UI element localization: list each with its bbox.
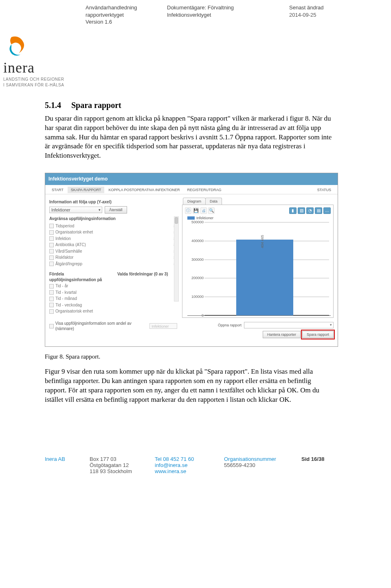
split-tid-veckodag: Tid - veckodag	[55, 302, 82, 308]
nav-koppla[interactable]: KOPPLA POSTOPERATIVA INFEKTIONER	[105, 187, 183, 193]
figure-caption: Figur 8. Spara rapport.	[45, 352, 334, 361]
page-header: Användarhandledning rapportverktyget Ver…	[0, 0, 391, 88]
doc-version: Version 1.6	[86, 18, 167, 26]
footer-street: Östgötagatan 12	[90, 462, 143, 468]
doc-owner-label: Dokumentägare: Förvaltning	[167, 4, 289, 11]
tab-diagram[interactable]: Diagram	[183, 198, 206, 205]
logo-tagline-1: LANDSTING OCH REGIONER	[3, 77, 391, 82]
ytick-400000: 400000	[187, 238, 204, 243]
logo-wordmark: inera	[3, 59, 391, 76]
valda-fordelningar: Valda fördelningar (0 av 3)	[117, 271, 177, 277]
changed-label: Senast ändrad	[289, 4, 350, 11]
checkbox-tid-kvartal[interactable]	[49, 290, 54, 295]
checkbox-tidsperiod[interactable]	[49, 224, 54, 228]
logo-block: inera LANDSTING OCH REGIONER I SAMVERKAN…	[3, 35, 391, 88]
app-nav: START SKAPA RAPPORT KOPPLA POSTOPERATIVA…	[45, 185, 338, 194]
document-meta-row: Användarhandledning rapportverktyget Ver…	[0, 4, 391, 26]
footer-org-no: 556559-4230	[224, 462, 289, 468]
andel-input[interactable]: Infektioner	[149, 323, 177, 329]
info-icon[interactable]: ⓘ	[185, 207, 191, 214]
section-paragraph: Du sparar din rapport genom att klicka p…	[45, 114, 334, 161]
footer-email: info@inera.se	[155, 462, 212, 468]
split-org-enhet: Organisatorisk enhet	[55, 308, 93, 314]
nav-registerutdrag[interactable]: REGISTERUTDRAG	[184, 187, 224, 193]
ytick-500000: 500000	[187, 220, 204, 225]
section-heading: 5.1.4 Spara rapport	[45, 100, 334, 111]
checkbox-tid-veckodag[interactable]	[49, 303, 54, 307]
ytick-100000: 100000	[187, 294, 204, 299]
zoom-icon[interactable]: 🔍	[208, 207, 215, 214]
inera-flame-icon	[3, 35, 28, 57]
checkbox-vard[interactable]	[49, 249, 54, 253]
checkbox-atgard[interactable]	[49, 262, 54, 266]
chart-bar-label: 404 465	[260, 235, 265, 249]
filter-org-enhet: Organisatorisk enhet	[55, 229, 93, 235]
figure-8-screenshot: Infektionsverktyget demo START SKAPA RAP…	[45, 173, 338, 347]
footer-org-label: Organisationsnummer	[224, 456, 289, 462]
footer-web: www.inera.se	[155, 468, 212, 474]
split-heading: Fördela uppföljningsinformation på	[49, 271, 109, 282]
other-chart-icon[interactable]: …	[323, 207, 331, 214]
filter-atgard: Åtgärd/Ingrepp	[55, 261, 82, 267]
reset-button[interactable]: Återställ	[105, 206, 127, 214]
app-title-bar: Infektionsverktyget demo	[45, 173, 338, 185]
left-panel: Information att följa upp (Y-axel) Infek…	[45, 194, 180, 346]
checkbox-antibiotika[interactable]	[49, 243, 54, 247]
save-icon[interactable]: 💾	[193, 207, 199, 214]
ytick-200000: 200000	[187, 275, 204, 280]
pie-chart-icon[interactable]: ◔	[306, 207, 314, 214]
chart-tool-icons-left: ⓘ 💾 🖨 🔍	[185, 207, 215, 214]
ytick-300000: 300000	[187, 257, 204, 262]
nav-start[interactable]: START	[48, 187, 67, 193]
report-button-row: Hantera rapporter Spara rapport	[182, 331, 334, 338]
filter-heading: Avgränsa uppföljningsinformation	[49, 216, 177, 222]
chart-frame: ⓘ 💾 🖨 🔍 ▮ ▧ ◔ ▤ …	[182, 205, 334, 318]
filter-riskfaktor: Riskfaktor	[55, 255, 73, 260]
footer-box: Box 177 03	[90, 456, 143, 462]
spara-rapport-button[interactable]: Spara rapport	[302, 331, 334, 338]
nav-skapa-rapport[interactable]: SKAPA RAPPORT	[68, 187, 105, 193]
content-area: 5.1.4 Spara rapport Du sparar din rappor…	[0, 92, 354, 419]
chart-bar	[236, 240, 293, 315]
checkbox-org-enhet[interactable]	[49, 230, 54, 235]
hantera-rapporter-button[interactable]: Hantera rapporter	[263, 331, 301, 338]
split-tid-ar: Tid - år	[55, 283, 68, 289]
footer-tel: Tel 08 452 71 60	[155, 456, 212, 462]
chart-tabs: Diagram Data	[183, 198, 334, 205]
tab-data[interactable]: Data	[205, 198, 222, 205]
doc-owner-name: Infektionsverktyget	[167, 11, 289, 19]
checkbox-tid-ar[interactable]	[49, 284, 54, 288]
filter-infektion: Infektion	[55, 236, 71, 242]
open-report-select[interactable]	[244, 322, 334, 328]
bar-chart-icon[interactable]: ▮	[289, 207, 297, 214]
changed-date: 2014-09-25	[289, 11, 350, 19]
section-title-text: Spara rapport	[71, 101, 121, 110]
y-axis-select[interactable]: Infektioner	[49, 207, 102, 213]
print-icon[interactable]: 🖨	[200, 207, 207, 214]
doc-title: Användarhandledning rapportverktyget	[86, 4, 167, 18]
split-tid-kvartal: Tid - kvartal	[55, 290, 77, 295]
andel-label: Visa uppföljningsinformation som andel a…	[55, 321, 148, 332]
checkbox-org-enhet-split[interactable]	[49, 309, 54, 314]
line-chart-icon[interactable]: ▧	[298, 207, 305, 214]
logo-tagline-2: I SAMVERKAN FÖR E-HÄLSA	[3, 83, 391, 88]
footer-page-no: Sid 16/38	[301, 456, 342, 474]
open-report-label: Öppna rapport	[218, 323, 242, 328]
open-report-row: Öppna rapport	[182, 322, 334, 328]
page-footer: Inera AB Box 177 03 Östgötagatan 12 118 …	[0, 419, 391, 482]
right-panel: Diagram Data ⓘ 💾 🖨 🔍 ▮ ▧	[180, 194, 338, 346]
checkbox-infektion[interactable]	[49, 236, 54, 241]
checkbox-riskfaktor[interactable]	[49, 255, 54, 260]
stack-chart-icon[interactable]: ▤	[315, 207, 322, 214]
legend-swatch	[187, 216, 195, 220]
split-tid-manad: Tid - månad	[55, 296, 77, 302]
filter-scrollbar[interactable]	[174, 216, 179, 302]
filter-antibiotika: Antibiotika (ATC)	[55, 242, 86, 248]
checkbox-tid-manad[interactable]	[49, 297, 54, 301]
section-number: 5.1.4	[45, 100, 69, 111]
chart-legend: Infektioner	[187, 216, 331, 220]
chart-type-icons: ▮ ▧ ◔ ▤ …	[289, 207, 331, 214]
checkbox-andel[interactable]	[49, 324, 54, 328]
filter-vard: Vård/Samhälle	[55, 249, 82, 254]
nav-status[interactable]: STATUS	[314, 187, 334, 193]
